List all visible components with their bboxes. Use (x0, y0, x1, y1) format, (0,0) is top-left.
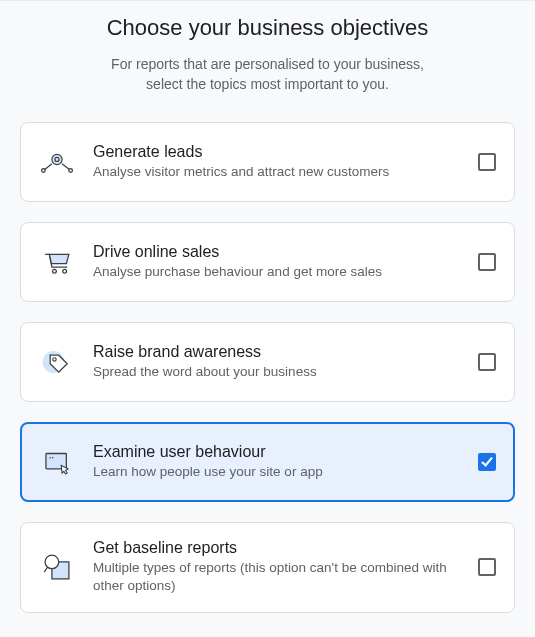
option-card-examine-user-behaviour[interactable]: Examine user behaviour Learn how people … (20, 422, 515, 502)
option-checkbox-generate-leads[interactable] (478, 153, 496, 171)
option-card-get-baseline-reports[interactable]: Get baseline reports Multiple types of r… (20, 522, 515, 612)
svg-point-0 (52, 155, 62, 165)
option-title: Drive online sales (93, 243, 464, 261)
option-checkbox-raise-brand-awareness[interactable] (478, 353, 496, 371)
option-desc: Spread the word about your business (93, 363, 464, 381)
svg-line-13 (44, 567, 47, 572)
svg-point-5 (63, 270, 67, 274)
page-subtitle: For reports that are personalised to you… (20, 55, 515, 94)
cart-icon (39, 244, 75, 280)
option-card-drive-online-sales[interactable]: Drive online sales Analyse purchase beha… (20, 222, 515, 302)
option-title: Get baseline reports (93, 539, 464, 557)
option-checkbox-drive-online-sales[interactable] (478, 253, 496, 271)
option-desc: Multiple types of reports (this option c… (93, 559, 464, 595)
svg-point-2 (42, 169, 46, 173)
header: Choose your business objectives For repo… (0, 0, 535, 102)
objectives-list: Generate leads Analyse visitor metrics a… (20, 102, 515, 612)
option-title: Generate leads (93, 143, 464, 161)
svg-point-10 (52, 457, 54, 459)
svg-point-9 (49, 457, 51, 459)
option-desc: Learn how people use your site or app (93, 463, 464, 481)
option-desc: Analyse visitor metrics and attract new … (93, 163, 464, 181)
svg-point-3 (69, 169, 73, 173)
page-title: Choose your business objectives (20, 15, 515, 41)
option-title: Raise brand awareness (93, 343, 464, 361)
tag-icon (39, 344, 75, 380)
option-desc: Analyse purchase behaviour and get more … (93, 263, 464, 281)
screen-cursor-icon (39, 444, 75, 480)
option-checkbox-get-baseline-reports[interactable] (478, 558, 496, 576)
option-title: Examine user behaviour (93, 443, 464, 461)
option-card-generate-leads[interactable]: Generate leads Analyse visitor metrics a… (20, 122, 515, 202)
people-compass-icon (39, 144, 75, 180)
option-checkbox-examine-user-behaviour[interactable] (478, 453, 496, 471)
report-magnify-icon (39, 549, 75, 585)
option-card-raise-brand-awareness[interactable]: Raise brand awareness Spread the word ab… (20, 322, 515, 402)
svg-point-4 (53, 270, 57, 274)
